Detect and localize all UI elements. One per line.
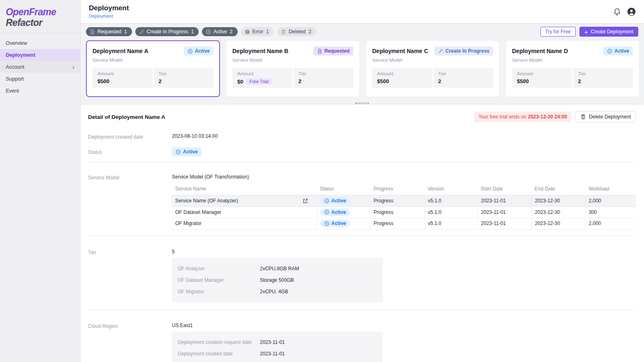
chip-label: Requested (97, 29, 121, 35)
end-date-cell: 2023-12-30 (531, 207, 585, 218)
spec-label: OF Migrator (178, 289, 260, 295)
sidebar-item-event[interactable]: Event (0, 85, 80, 97)
spec-value: 2023-11-01 (260, 351, 285, 357)
spec-row: OF Migrator 2vCPU, 4GB (172, 286, 383, 297)
section-divider (88, 162, 636, 162)
deployment-detail-pane: Detail of Deployment Name A Your free tr… (81, 104, 644, 362)
chip-count: 2 (308, 29, 311, 35)
col-status: Status (317, 183, 370, 195)
status-badge-active: Active (172, 147, 202, 156)
trial-notice-date: 2023-12-30 24:00 (528, 114, 567, 120)
sidebar-item-support[interactable]: Support (0, 73, 80, 85)
delete-deployment-button[interactable]: Delete Deployment (575, 111, 636, 123)
table-row[interactable]: OF Dataset Manager Active Progress v5.1.… (172, 207, 636, 218)
spec-row: OF Dataset Manager Storage 500GB (172, 274, 383, 286)
created-date-row: Deployment created date 2023-08-10 03:14… (88, 133, 636, 140)
spec-row: OF Analyzer 2vCPU,8GB RAM (172, 263, 383, 274)
sidebar-nav: Overview Deployment Account › Support Ev… (0, 33, 80, 97)
chevron-right-icon: › (72, 64, 74, 70)
spec-row: Deployment created date 2023-11-01 (172, 348, 383, 360)
amount-panel: Amount $500 (93, 68, 153, 88)
tier-value: 2 (299, 78, 349, 84)
status-badge-create-in-progress: Create In Progress (434, 46, 493, 56)
deployment-card-d[interactable]: Deployment Name D Active Service Model A… (505, 40, 639, 97)
create-deployment-button[interactable]: + Create Deployment (579, 27, 638, 37)
region-dates-panel: Deployment creation request date 2023-11… (172, 332, 383, 362)
spec-row: Deployment creation request date 2023-11… (172, 336, 383, 348)
tier-label: Tier (159, 71, 209, 76)
tier-panel: Tier 2 (573, 68, 633, 88)
sidebar-item-deployment[interactable]: Deployment (0, 49, 80, 61)
trash-icon (580, 114, 586, 120)
external-link-icon[interactable] (302, 198, 308, 204)
topbar-actions (613, 7, 636, 16)
spec-value: 2vCPU, 4GB (260, 289, 288, 295)
amount-value: $500 (97, 78, 148, 84)
table-row[interactable]: Service Name (OF Analyzer) Active Progre… (172, 195, 636, 207)
amount-panel: Amount $500 (512, 68, 572, 88)
tier-label: Tier (438, 71, 489, 76)
status-badge-active: Active (603, 46, 633, 56)
tier-label: Tier (88, 249, 172, 255)
card-panels: Amount $500 Tier 2 (372, 68, 493, 88)
progress-cell: Progress (370, 195, 424, 207)
card-head: Deployment Name A Active (93, 46, 213, 56)
deployment-card-a[interactable]: Deployment Name A Active Service Model A… (86, 40, 220, 97)
pane-splitter[interactable] (81, 102, 644, 104)
spec-value: Storage 500GB (260, 277, 294, 283)
filter-chip-deleted[interactable]: Deleted 2 (277, 27, 316, 36)
card-subtitle: Service Model (372, 58, 493, 63)
service-model-table: Service Name Status Progress Version Sta… (172, 183, 636, 230)
user-avatar-icon[interactable] (627, 7, 636, 16)
tier-spec-panel: OF Analyzer 2vCPU,8GB RAM OF Dataset Man… (172, 258, 383, 302)
sidebar: OpenFrame Refactor Overview Deployment A… (0, 0, 81, 362)
cloud-region-content: US East1 Deployment creation request dat… (172, 323, 383, 362)
document-icon (317, 49, 322, 54)
main-area: Deployment Deployment Requested 1 (81, 0, 644, 362)
service-name: OF Dataset Manager (175, 209, 221, 215)
created-date-value: 2023-08-10 03:14:00 (172, 133, 218, 139)
play-circle-icon (324, 209, 329, 215)
table-row[interactable]: OF Migrator Active Progress v5.1.0 2023-… (172, 218, 636, 230)
filter-chip-active[interactable]: Active 2 (202, 27, 237, 36)
card-head: Deployment Name C Create In Progress (372, 46, 493, 56)
try-for-free-button[interactable]: Try for Free (540, 27, 576, 37)
service-model-label: Service Model (88, 174, 172, 181)
service-name: OF Migrator (175, 220, 202, 226)
status-filter-chips: Requested 1 Create In Progress 1 Active … (86, 27, 316, 36)
notification-bell-icon[interactable] (613, 8, 621, 16)
status-badge-active: Active (184, 46, 213, 56)
status-badge-label: Active (614, 48, 629, 54)
status-badge-requested: Requested (313, 46, 353, 56)
trial-notice-text: Your free trial ends on (478, 114, 528, 120)
toolbar-actions: Try for Free + Create Deployment (540, 27, 638, 37)
created-date-label: Deployment created date (88, 133, 172, 140)
amount-label: Amount (517, 71, 567, 76)
plus-icon: + (584, 29, 588, 35)
tier-value: 2 (159, 78, 209, 84)
deployment-card-b[interactable]: Deployment Name B Requested Service Mode… (226, 40, 360, 97)
sidebar-item-label: Support (6, 76, 24, 82)
deployment-card-c[interactable]: Deployment Name C Create In Progress Ser… (366, 40, 500, 97)
end-date-cell: 2023-12-30 (531, 218, 585, 230)
breadcrumb[interactable]: Deployment (89, 14, 129, 19)
deployment-list-zone: Requested 1 Create In Progress 1 Active … (81, 23, 644, 102)
card-panels: Amount $500 Tier 2 (512, 68, 633, 88)
document-icon (90, 29, 95, 35)
sidebar-item-overview[interactable]: Overview (0, 37, 80, 49)
create-deployment-label: Create Deployment (591, 29, 633, 35)
progress-cell: Progress (370, 218, 424, 230)
status-badge-label: Active (183, 149, 198, 155)
table-header-row: Service Name Status Progress Version Sta… (172, 183, 636, 195)
filter-chip-requested[interactable]: Requested 1 (86, 27, 132, 36)
version-cell: v5.1.0 (424, 218, 477, 230)
sidebar-item-account[interactable]: Account › (0, 61, 80, 73)
detail-header-actions: Your free trial ends on 2023-12-30 24:00… (474, 111, 636, 123)
sidebar-item-label: Overview (6, 40, 27, 46)
filter-chip-create-in-progress[interactable]: Create In Progress 1 (135, 27, 199, 36)
col-service-name: Service Name (172, 183, 317, 195)
status-row: Status Active (88, 147, 636, 156)
workload-cell: 2,000 (585, 218, 636, 230)
filter-chip-error[interactable]: Error 1 (241, 27, 274, 36)
card-panels: Amount $0Free Trial Tier 2 (232, 68, 353, 88)
